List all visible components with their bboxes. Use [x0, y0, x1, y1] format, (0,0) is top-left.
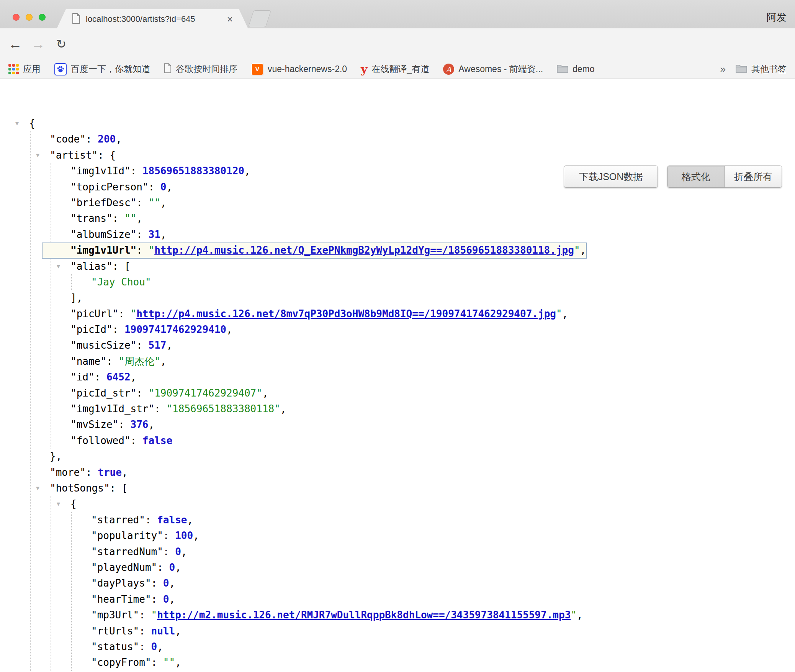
json-key: "starredNum" — [91, 546, 163, 557]
json-punctuation: : — [163, 546, 175, 557]
json-url-link[interactable]: http://p4.music.126.net/8mv7qP30Pd3oHW8b… — [136, 308, 556, 320]
json-line: "dayPlays": 0, — [91, 575, 593, 591]
json-value: 0 — [175, 546, 181, 557]
json-value: 19097417462929410 — [124, 324, 226, 335]
json-line: "img1v1Id_str": "18569651883380118", — [70, 401, 593, 417]
json-punctuation: : [ — [110, 482, 128, 494]
json-key: "popularity" — [91, 530, 163, 541]
collapse-toggle-icon[interactable]: ▼ — [36, 148, 39, 163]
json-punctuation: , — [244, 165, 250, 177]
json-punctuation: : — [113, 324, 124, 335]
json-punctuation: : — [136, 244, 148, 256]
youdao-y-icon: y — [361, 64, 367, 74]
json-punctuation: { — [70, 498, 77, 510]
bookmark-apps[interactable]: 应用 — [8, 63, 41, 75]
json-punctuation: , — [175, 625, 181, 637]
bookmarks-overflow-chevron[interactable]: » — [720, 63, 726, 75]
json-punctuation: { — [29, 118, 35, 129]
json-key: "name" — [70, 356, 106, 367]
bookmark-vue-hackernews[interactable]: V vue-hackernews-2.0 — [251, 63, 347, 75]
zoom-window-button[interactable] — [39, 14, 46, 21]
bookmark-label: Awesomes - 前端资... — [458, 63, 543, 75]
json-key: "playedNum" — [91, 562, 157, 573]
json-line: "more": true, — [50, 465, 593, 480]
json-key: "hearTime" — [91, 593, 151, 605]
json-punctuation: , — [175, 562, 181, 573]
json-line: "img1v1Id": 18569651883380120, — [70, 163, 593, 179]
json-key: "picUrl" — [70, 308, 118, 320]
json-value: 0 — [151, 641, 157, 652]
close-window-button[interactable] — [13, 14, 20, 21]
back-button[interactable]: ← — [7, 28, 24, 60]
bookmark-awesomes[interactable]: A Awesomes - 前端资... — [443, 63, 543, 75]
json-children-group: "Jay Chou" — [71, 274, 593, 290]
json-punctuation: , — [136, 213, 142, 224]
bookmark-google-sort[interactable]: 谷歌按时间排序 — [164, 63, 237, 75]
json-punctuation: , — [166, 181, 172, 193]
tab-close-icon[interactable]: × — [227, 14, 233, 24]
json-line: ▼{ — [70, 496, 593, 512]
json-punctuation: : — [131, 165, 142, 177]
bookmark-youdao[interactable]: y 在线翻译_有道 — [361, 63, 429, 75]
collapse-toggle-icon[interactable]: ▼ — [57, 259, 60, 274]
json-value: false — [157, 514, 187, 526]
profile-name[interactable]: 阿发 — [767, 11, 787, 24]
json-punctuation: , — [166, 339, 172, 351]
json-punctuation: , — [193, 530, 199, 541]
bookmarks-bar: 应用 百度一下，你就知道 谷歌按时间排序 V vue-hackernews-2.… — [0, 60, 795, 79]
json-punctuation: }, — [50, 451, 62, 462]
collapse-toggle-icon[interactable]: ▼ — [57, 496, 60, 512]
json-punctuation: , — [122, 467, 128, 478]
json-punctuation: : — [157, 562, 169, 573]
json-key: "status" — [91, 641, 139, 652]
json-line: "starredNum": 0, — [91, 544, 593, 560]
json-children-group: "code": 200,▼"artist": {"img1v1Id": 1856… — [30, 131, 593, 670]
minimize-window-button[interactable] — [26, 14, 33, 21]
bookmark-label: 百度一下，你就知道 — [71, 63, 150, 75]
baidu-paw-icon — [54, 63, 67, 75]
json-punctuation: , — [580, 244, 586, 256]
format-button[interactable]: 格式化 — [667, 166, 725, 187]
json-line: "code": 200, — [50, 131, 593, 147]
json-children-group: ▼{"starred": false,"popularity": 100,"st… — [51, 496, 593, 670]
json-line: "playedNum": 0, — [91, 560, 593, 575]
json-punctuation: : — [151, 577, 163, 589]
collapse-toggle-icon[interactable]: ▼ — [15, 116, 19, 131]
json-key: "img1v1Id" — [70, 165, 131, 177]
json-punctuation: : { — [98, 149, 116, 161]
json-punctuation: , — [175, 657, 181, 668]
other-bookmarks[interactable]: 其他书签 — [736, 63, 787, 75]
json-key: "rtUrls" — [91, 625, 139, 637]
json-children-group: "starred": false,"popularity": 100,"star… — [71, 512, 593, 671]
forward-button[interactable]: → — [30, 28, 47, 60]
collapse-all-button[interactable]: 折叠所有 — [725, 166, 782, 187]
json-punctuation: : — [86, 467, 98, 478]
json-value: 100 — [175, 530, 193, 541]
json-line: "mvSize": 376, — [70, 417, 593, 433]
bookmark-label: 应用 — [23, 63, 41, 75]
json-string: "周杰伦" — [118, 356, 160, 367]
json-value: 31 — [149, 229, 160, 240]
json-key: "followed" — [70, 435, 131, 446]
json-url-link[interactable]: http://m2.music.126.net/RMJR7wDullRqppBk… — [157, 609, 571, 621]
json-punctuation: , — [262, 387, 268, 399]
json-value: 0 — [169, 562, 175, 573]
bookmark-label: 在线翻译_有道 — [372, 63, 430, 75]
json-punctuation: ], — [70, 292, 82, 303]
json-key: "mp3Url" — [91, 609, 139, 621]
json-string: "" — [124, 213, 136, 224]
bookmark-label: 谷歌按时间排序 — [176, 63, 237, 75]
collapse-toggle-icon[interactable]: ▼ — [36, 480, 39, 496]
json-string: "18569651883380118" — [166, 403, 280, 415]
tab-title-fade — [204, 13, 222, 25]
traffic-lights — [13, 14, 46, 21]
active-tab[interactable]: localhost:3000/artists?id=645 × — [57, 9, 248, 29]
reload-button[interactable]: ↻ — [53, 28, 70, 60]
bookmark-demo-folder[interactable]: demo — [557, 64, 595, 75]
json-url-link[interactable]: http://p4.music.126.net/Q_ExePNkmgB2yWyL… — [154, 244, 574, 256]
bookmark-baidu[interactable]: 百度一下，你就知道 — [54, 63, 150, 75]
json-line: "picUrl": "http://p4.music.126.net/8mv7q… — [70, 306, 593, 322]
new-tab-button[interactable] — [248, 10, 271, 27]
tab-title-wrap: localhost:3000/artists?id=645 — [86, 13, 222, 25]
json-key: "hotSongs" — [50, 482, 110, 494]
